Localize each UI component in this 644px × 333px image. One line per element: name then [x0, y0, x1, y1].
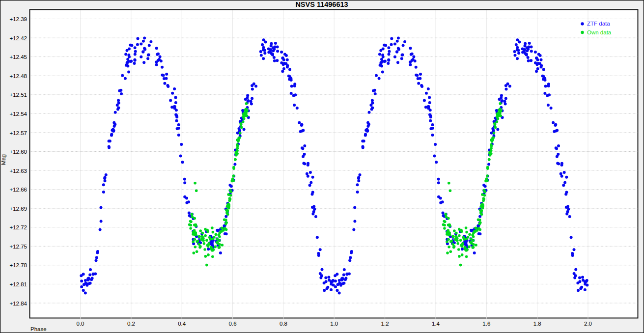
svg-text:+12.60: +12.60	[10, 149, 28, 155]
svg-text:0.8: 0.8	[280, 321, 287, 327]
svg-text:1.8: 1.8	[533, 321, 541, 327]
svg-text:1.0: 1.0	[330, 321, 338, 327]
svg-text:+12.66: +12.66	[10, 187, 28, 193]
svg-text:+12.63: +12.63	[10, 168, 28, 174]
svg-text:ZTF data: ZTF data	[587, 21, 610, 27]
svg-text:0.2: 0.2	[127, 321, 135, 327]
svg-text:+12.57: +12.57	[10, 130, 28, 136]
svg-text:+12.78: +12.78	[10, 262, 28, 268]
svg-text:NSVS 11496613: NSVS 11496613	[295, 0, 348, 8]
svg-text:+12.48: +12.48	[10, 73, 28, 79]
svg-text:Phase: Phase	[30, 326, 47, 332]
svg-text:+12.54: +12.54	[10, 111, 28, 117]
svg-text:+12.45: +12.45	[10, 54, 28, 60]
svg-text:2.0: 2.0	[584, 321, 592, 327]
svg-text:+12.69: +12.69	[10, 206, 28, 212]
svg-text:+12.72: +12.72	[10, 224, 28, 230]
svg-text:Own data: Own data	[587, 29, 612, 35]
svg-text:Mag: Mag	[0, 154, 6, 165]
svg-text:+12.39: +12.39	[10, 16, 28, 22]
svg-text:0.6: 0.6	[229, 321, 237, 327]
svg-text:0.4: 0.4	[178, 321, 186, 327]
svg-text:+12.75: +12.75	[10, 244, 28, 250]
svg-text:+12.81: +12.81	[10, 281, 28, 287]
svg-text:1.6: 1.6	[482, 321, 490, 327]
svg-text:0.0: 0.0	[77, 321, 84, 327]
svg-text:+12.51: +12.51	[10, 92, 28, 98]
svg-text:1.4: 1.4	[432, 321, 440, 327]
svg-text:+12.42: +12.42	[10, 35, 28, 41]
svg-text:+12.84: +12.84	[10, 301, 28, 306]
svg-text:1.2: 1.2	[381, 321, 389, 327]
